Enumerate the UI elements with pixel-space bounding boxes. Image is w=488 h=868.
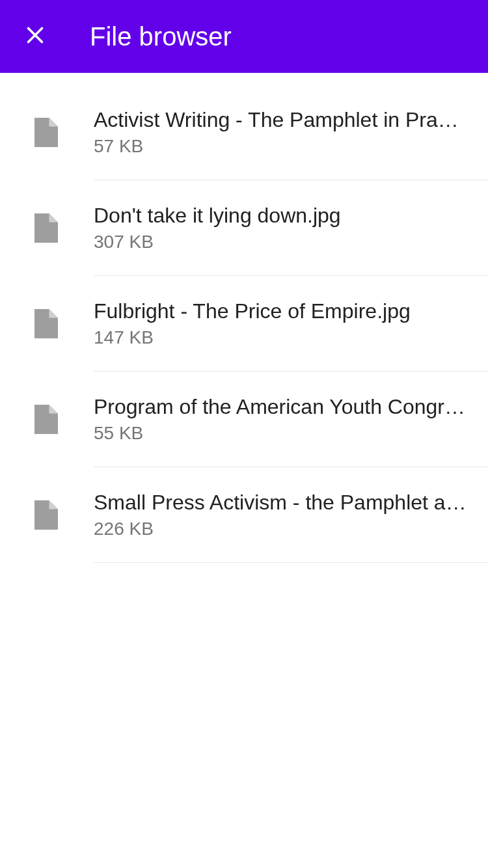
file-icon (25, 500, 68, 530)
file-text: Don't take it lying down.jpg 307 KB (68, 204, 488, 252)
file-item[interactable]: Program of the American Youth Congr… 55 … (0, 372, 488, 467)
file-text: Fulbright - The Price of Empire.jpg 147 … (68, 299, 488, 348)
file-list: Activist Writing - The Pamphlet in Pra… … (0, 73, 488, 563)
file-text: Small Press Activism - the Pamphlet a… 2… (68, 491, 488, 539)
file-size: 226 KB (94, 519, 468, 539)
file-name: Fulbright - The Price of Empire.jpg (94, 299, 468, 323)
file-item[interactable]: Don't take it lying down.jpg 307 KB (0, 180, 488, 275)
file-text: Program of the American Youth Congr… 55 … (68, 395, 488, 444)
file-icon (25, 213, 68, 243)
app-header: File browser (0, 0, 488, 73)
close-button[interactable] (20, 21, 51, 52)
page-title: File browser (90, 22, 232, 51)
file-text: Activist Writing - The Pamphlet in Pra… … (68, 108, 488, 157)
file-icon (25, 118, 68, 147)
file-icon (25, 309, 68, 338)
file-item[interactable]: Fulbright - The Price of Empire.jpg 147 … (0, 276, 488, 371)
file-name: Don't take it lying down.jpg (94, 204, 468, 228)
file-name: Small Press Activism - the Pamphlet a… (94, 491, 468, 515)
file-icon (25, 405, 68, 434)
file-size: 147 KB (94, 327, 468, 348)
divider (94, 562, 488, 563)
file-size: 55 KB (94, 423, 468, 444)
file-size: 307 KB (94, 232, 468, 252)
close-icon (23, 23, 47, 49)
file-item[interactable]: Small Press Activism - the Pamphlet a… 2… (0, 467, 488, 562)
file-size: 57 KB (94, 136, 468, 157)
file-name: Activist Writing - The Pamphlet in Pra… (94, 108, 468, 132)
file-name: Program of the American Youth Congr… (94, 395, 468, 419)
file-item[interactable]: Activist Writing - The Pamphlet in Pra… … (0, 85, 488, 180)
